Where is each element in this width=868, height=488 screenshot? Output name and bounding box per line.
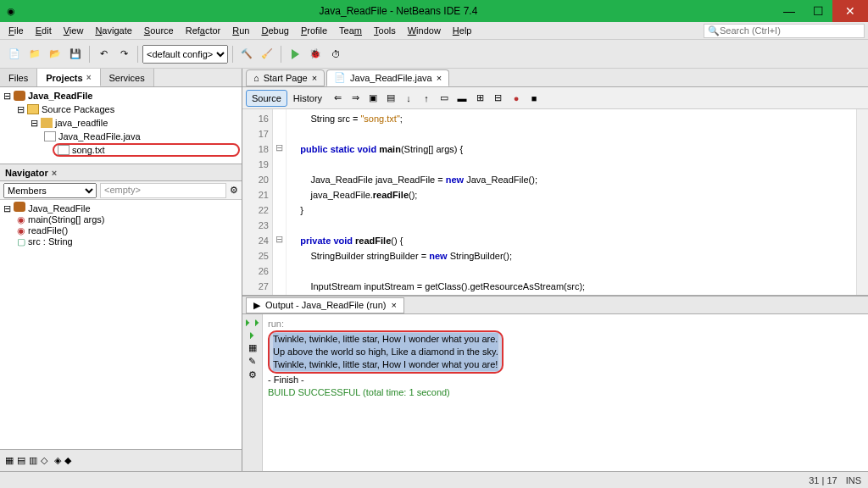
tree-java-file[interactable]: Java_ReadFile.java — [58, 131, 141, 141]
editor-toolbar: Source History ⇐ ⇒ ▣ ▤ ↓ ↑ ▭ ▬ ⊞ ⊟ ● ■ — [242, 87, 868, 109]
filter-icon[interactable]: ◈ — [54, 455, 61, 466]
menu-source[interactable]: Source — [139, 24, 179, 37]
menu-view[interactable]: View — [58, 24, 89, 37]
tab-start-page[interactable]: ⌂Start Page× — [246, 69, 325, 86]
build-icon[interactable]: 🔨 — [237, 45, 256, 64]
search-input[interactable] — [720, 25, 860, 36]
redo-icon[interactable]: ↷ — [114, 45, 133, 64]
history-view-button[interactable]: History — [288, 90, 327, 107]
navigator-tree[interactable]: ⊟ Java_ReadFile ◉ main(String[] args) ◉ … — [0, 200, 242, 449]
project-tree[interactable]: ⊟ Java_ReadFile ⊟ Source Packages ⊟ java… — [0, 87, 242, 164]
output-icon[interactable]: ▦ — [248, 342, 257, 353]
class-icon — [14, 202, 25, 212]
close-icon[interactable]: × — [86, 73, 92, 82]
output-tab[interactable]: ▶Output - Java_ReadFile (run)× — [246, 297, 404, 313]
source-view-button[interactable]: Source — [246, 90, 287, 107]
toolbar-icon[interactable]: ▬ — [453, 90, 470, 107]
close-icon[interactable]: × — [437, 73, 442, 83]
new-file-icon[interactable]: 📄 — [5, 45, 24, 64]
run-icon[interactable] — [286, 45, 304, 64]
insert-mode: INS — [846, 475, 861, 485]
toolbar-icon[interactable]: ⊟ — [489, 90, 506, 107]
menu-profile[interactable]: Profile — [296, 24, 332, 37]
close-button[interactable]: ✕ — [832, 0, 868, 22]
menu-navigate[interactable]: Navigate — [90, 24, 136, 37]
toolbar-icon[interactable]: ▭ — [436, 90, 453, 107]
output-tab-bar: ▶Output - Java_ReadFile (run)× — [242, 296, 868, 314]
toolbar-icon[interactable]: ⇒ — [347, 90, 364, 107]
tab-java-file[interactable]: 📄Java_ReadFile.java× — [326, 69, 449, 86]
output-text[interactable]: run: Twinkle, twinkle, little star, How … — [263, 314, 868, 471]
menu-debug[interactable]: Debug — [256, 24, 293, 37]
close-icon[interactable]: × — [52, 168, 57, 178]
menu-window[interactable]: Window — [403, 24, 446, 37]
nav-field-src[interactable]: src : String — [28, 236, 73, 247]
tab-files[interactable]: Files — [0, 69, 37, 86]
output-build-status: BUILD SUCCESSFUL (total time: 1 second) — [268, 386, 863, 399]
tree-song-txt[interactable]: song.txt — [53, 143, 240, 157]
tab-services[interactable]: Services — [101, 69, 154, 86]
close-icon[interactable]: × — [391, 300, 396, 310]
search-box[interactable]: 🔍 — [704, 24, 865, 38]
undo-icon[interactable]: ↶ — [94, 45, 113, 64]
open-project-icon[interactable]: 📂 — [46, 45, 64, 64]
package-icon — [41, 118, 53, 128]
menu-refactor[interactable]: Refactor — [181, 24, 226, 37]
nav-method-main[interactable]: main(String[] args) — [28, 214, 104, 225]
code-editor[interactable]: 161718192021222324252627 ⊟⊟ String src =… — [242, 109, 868, 296]
toolbar-icon[interactable]: ■ — [526, 90, 542, 107]
menu-edit[interactable]: Edit — [31, 24, 57, 37]
window-title: Java_ReadFile - NetBeans IDE 7.4 — [22, 5, 775, 17]
toolbar-icon[interactable]: ⊞ — [471, 90, 488, 107]
menubar: File Edit View Navigate Source Refactor … — [0, 22, 868, 40]
new-project-icon[interactable]: 📁 — [25, 45, 44, 64]
navigator-filter-toolbar: ▦ ▤ ▥ ◇ ◈ ◆ — [0, 449, 242, 471]
menu-team[interactable]: Team — [334, 24, 367, 37]
menu-help[interactable]: Help — [448, 24, 477, 37]
output-settings-icon[interactable]: ⚙ — [248, 369, 257, 380]
nav-method-readfile[interactable]: readFile() — [28, 225, 68, 236]
navigator-header: Navigator× — [0, 164, 242, 181]
menu-tools[interactable]: Tools — [369, 24, 401, 37]
close-icon[interactable]: × — [312, 73, 317, 83]
menu-file[interactable]: File — [3, 24, 29, 37]
error-stripe[interactable] — [856, 109, 868, 295]
main-toolbar: 📄 📁 📂 💾 ↶ ↷ <default config> 🔨 🧹 🐞 ⏱ — [0, 40, 868, 69]
filter-icon[interactable]: ▦ — [5, 455, 14, 466]
filter-icon[interactable]: ▤ — [17, 455, 25, 466]
tree-package[interactable]: java_readfile — [55, 118, 108, 128]
toolbar-icon[interactable]: ▣ — [364, 90, 381, 107]
filter-icon[interactable]: ◇ — [41, 455, 47, 466]
save-all-icon[interactable]: 💾 — [66, 45, 85, 64]
profile-icon[interactable]: ⏱ — [326, 45, 345, 64]
output-icon[interactable]: ✎ — [248, 356, 256, 367]
filter-icon[interactable]: ▥ — [29, 455, 37, 466]
config-select[interactable]: <default config> — [142, 45, 228, 64]
rerun-icon[interactable]: ⏵⏵ — [243, 317, 262, 327]
nav-class[interactable]: Java_ReadFile — [28, 203, 90, 214]
minimize-button[interactable]: — — [775, 0, 804, 22]
toolbar-icon[interactable]: ⇐ — [329, 90, 346, 107]
stop-icon[interactable]: ⏵ — [248, 330, 257, 340]
tree-src-packages[interactable]: Source Packages — [42, 104, 114, 114]
toolbar-icon[interactable]: ▤ — [382, 90, 399, 107]
cursor-position: 31 | 17 — [809, 475, 837, 485]
filter-icon[interactable]: ⚙ — [230, 185, 238, 196]
java-file-icon — [44, 131, 56, 141]
maximize-button[interactable]: ☐ — [804, 0, 832, 22]
toolbar-icon[interactable]: ↑ — [418, 90, 435, 107]
tree-project[interactable]: Java_ReadFile — [28, 91, 92, 101]
menu-run[interactable]: Run — [227, 24, 254, 37]
filter-icon[interactable]: ◆ — [64, 455, 71, 466]
search-icon: 🔍 — [708, 25, 720, 36]
toolbar-icon[interactable]: ● — [508, 90, 525, 107]
debug-icon[interactable]: 🐞 — [306, 45, 325, 64]
editor-tabs: ⌂Start Page× 📄Java_ReadFile.java× — [242, 69, 868, 87]
text-file-icon — [58, 145, 70, 155]
filter-input[interactable]: <empty> — [100, 183, 226, 198]
tab-projects[interactable]: Projects× — [37, 69, 100, 86]
clean-build-icon[interactable]: 🧹 — [258, 45, 276, 64]
toolbar-icon[interactable]: ↓ — [400, 90, 417, 107]
output-highlight: Twinkle, twinkle, little star, How I won… — [268, 330, 504, 374]
members-select[interactable]: Members — [3, 183, 97, 198]
